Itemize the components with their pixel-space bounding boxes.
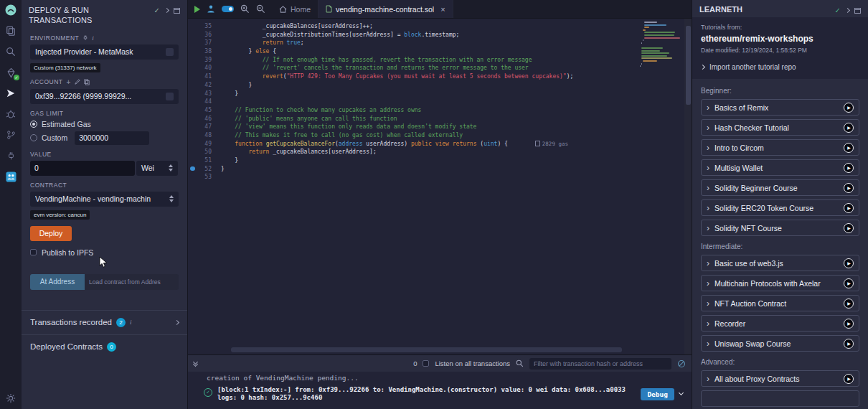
play-circle-icon[interactable]: ▶ [844, 203, 854, 213]
chevron-right-icon[interactable] [174, 320, 179, 325]
breakpoint-dot[interactable] [190, 166, 195, 171]
tutorial-item-clipped[interactable] [701, 390, 859, 407]
play-circle-icon[interactable]: ▶ [844, 163, 854, 173]
value-input[interactable] [30, 161, 135, 176]
line-number-gutter[interactable]: 35363738394041424344454647484950515253 [188, 19, 221, 354]
line-number[interactable]: 44 [188, 98, 221, 106]
line-number[interactable]: 46 [188, 115, 221, 123]
git-icon[interactable] [4, 128, 17, 141]
code-line[interactable]: revert("HTTP 429: Too Many Cupcakes (you… [221, 72, 692, 81]
listen-all-checkbox[interactable] [423, 360, 429, 367]
plugin-manager-icon[interactable] [4, 149, 17, 162]
tutorial-item[interactable]: ›Uniswap Swap Course▶ [701, 335, 859, 352]
play-circle-icon[interactable]: ▶ [844, 183, 854, 193]
tutorial-item[interactable]: ›Solidity ERC20 Token Course▶ [701, 199, 859, 216]
play-circle-icon[interactable]: ▶ [844, 374, 854, 384]
tutorial-item[interactable]: ›NFT Auction Contract▶ [701, 295, 859, 311]
code-line[interactable] [221, 98, 692, 106]
play-circle-icon[interactable]: ▶ [844, 278, 854, 288]
line-number[interactable]: 45 [188, 106, 221, 115]
tutorial-item[interactable]: ›Basic use of web3.js▶ [701, 255, 859, 271]
code-line[interactable]: // 'public' means anyone can call this f… [221, 115, 692, 123]
line-number[interactable]: 52 [188, 165, 221, 174]
tutorial-item[interactable]: ›Solidity Beginner Course▶ [701, 179, 859, 196]
code-line[interactable]: // Function to check how many cupcakes a… [221, 106, 692, 115]
zoom-out-icon[interactable] [256, 4, 265, 14]
line-number[interactable]: 53 [188, 173, 221, 182]
search-icon[interactable] [4, 45, 17, 58]
code-line[interactable]: // 'view' means this function only reads… [221, 123, 692, 131]
code-line[interactable]: // If not enough time has passed, revert… [221, 56, 692, 65]
play-circle-icon[interactable]: ▶ [844, 258, 854, 268]
custom-gas-input[interactable] [75, 131, 149, 145]
code-line[interactable]: } else { [221, 47, 692, 56]
code-line[interactable]: } [221, 90, 692, 98]
code-line[interactable]: return true; [221, 39, 692, 47]
edit-icon[interactable] [75, 79, 80, 85]
tutorial-item[interactable]: ›Hash Checker Tutorial▶ [701, 119, 859, 136]
code-line[interactable]: _cupcakeDistributionTimes[userAddress] =… [221, 31, 692, 39]
at-address-input[interactable] [85, 274, 179, 290]
tab-vending-machine-contract[interactable]: vending-machine-contract.sol × [319, 0, 453, 18]
debugger-person-icon[interactable] [207, 4, 215, 14]
line-number[interactable]: 35 [188, 22, 221, 31]
play-circle-icon[interactable]: ▶ [844, 223, 854, 233]
run-script-icon[interactable] [194, 6, 200, 13]
line-number[interactable]: 51 [188, 156, 221, 165]
add-account-icon[interactable]: + [67, 78, 71, 86]
transaction-filter-input[interactable] [529, 358, 671, 370]
code-line[interactable] [221, 173, 692, 182]
environment-select[interactable]: Injected Provider - MetaMask [30, 44, 179, 60]
minimap[interactable] [640, 22, 681, 70]
expand-log-icon[interactable] [679, 390, 684, 395]
code-line[interactable]: _cupcakeBalances[userAddress]++; [221, 22, 692, 31]
play-circle-icon[interactable]: ▶ [844, 339, 854, 349]
line-number[interactable]: 49 [188, 140, 221, 149]
solidity-compiler-icon[interactable]: ✓ [4, 66, 17, 79]
panel-expand-icon[interactable] [845, 8, 850, 13]
line-number[interactable]: 39 [188, 56, 221, 65]
stepper-arrows-icon[interactable] [169, 164, 173, 171]
tab-home[interactable]: Home [272, 0, 319, 18]
custom-gas-radio[interactable] [30, 134, 37, 141]
play-circle-icon[interactable]: ▶ [844, 298, 854, 309]
line-number[interactable]: 38 [188, 47, 221, 56]
panel-expand-icon[interactable] [164, 8, 169, 13]
tutorial-item[interactable]: ›Basics of Remix▶ [701, 99, 859, 116]
line-number[interactable]: 37 [188, 39, 221, 47]
import-tutorial-link[interactable]: Import another tutorial repo [701, 63, 859, 71]
play-circle-icon[interactable]: ▶ [844, 103, 854, 113]
play-circle-icon[interactable]: ▶ [844, 143, 854, 153]
panel-pin-icon[interactable] [174, 8, 180, 14]
line-number[interactable]: 36 [188, 31, 221, 39]
scrollbar-thumb[interactable] [686, 26, 691, 105]
tutorial-item[interactable]: ›Intro to Circom▶ [701, 139, 859, 156]
code-line[interactable]: } [221, 165, 692, 174]
deployed-contracts-row[interactable]: Deployed Contracts 0 [22, 334, 187, 359]
line-number[interactable]: 50 [188, 148, 221, 156]
line-number[interactable]: 42 [188, 81, 221, 90]
deploy-run-icon[interactable] [4, 87, 17, 100]
publish-ipfs-checkbox[interactable] [30, 249, 37, 255]
block-icon[interactable] [677, 359, 686, 368]
at-address-button[interactable]: At Address [30, 274, 85, 290]
line-number[interactable]: 48 [188, 131, 221, 140]
code-line[interactable]: // This makes it free to call (no gas co… [221, 131, 692, 140]
play-circle-icon[interactable]: ▶ [844, 319, 854, 329]
code-line[interactable]: } [221, 81, 692, 90]
debugger-icon[interactable] [4, 108, 17, 121]
deploy-button[interactable]: Deploy [30, 226, 72, 241]
panel-pin-icon[interactable] [854, 8, 861, 14]
settings-icon[interactable] [4, 392, 17, 405]
transactions-recorded-row[interactable]: Transactions recorded 2 i [22, 310, 187, 334]
file-explorer-icon[interactable] [4, 24, 17, 37]
line-number[interactable]: 43 [188, 90, 221, 98]
code-line[interactable]: function getCupcakeBalanceFor(address us… [221, 140, 692, 149]
line-number[interactable]: 40 [188, 64, 221, 72]
play-circle-icon[interactable]: ▶ [844, 123, 854, 133]
record-toggle[interactable] [222, 6, 234, 12]
code-line[interactable]: return _cupcakeBalances[userAddress]; [221, 148, 692, 156]
account-copy-icon[interactable] [166, 93, 174, 100]
tutorial-item[interactable]: ›Multisig Wallet▶ [701, 159, 859, 176]
learneth-icon[interactable] [4, 170, 17, 183]
